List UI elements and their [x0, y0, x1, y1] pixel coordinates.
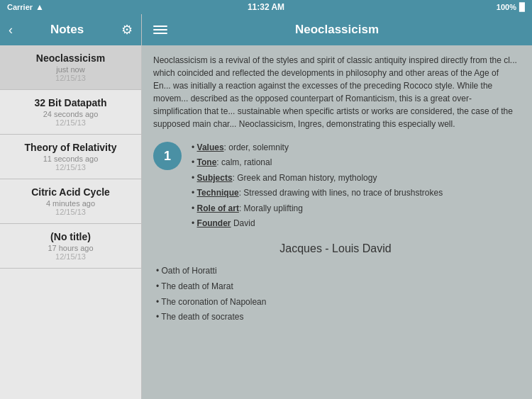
note-item-time: 17 hours ago — [9, 244, 133, 252]
bullet-item: • Founder David — [192, 216, 443, 230]
note-item[interactable]: 32 Bit Datapath 24 seconds ago 12/15/13 — [0, 90, 141, 135]
sidebar: ‹ Notes ⚙ Neoclassicism just now 12/15/1… — [0, 14, 142, 399]
note-item-title: (No title) — [9, 231, 133, 242]
work-item: • The death of socrates — [156, 310, 518, 325]
note-body[interactable]: Neoclassicism is a revival of the styles… — [142, 45, 532, 399]
hamburger-line-1 — [153, 26, 167, 27]
status-right: 100% ▉ — [497, 3, 525, 12]
gear-button[interactable]: ⚙ — [121, 22, 133, 38]
note-item-date: 12/15/13 — [9, 163, 133, 172]
main-note-title: Neoclassicism — [179, 23, 495, 37]
work-item: • Oath of Horatti — [156, 264, 518, 279]
note-item[interactable]: Neoclassicism just now 12/15/13 — [0, 45, 141, 90]
bullet-label: Founder — [197, 218, 231, 228]
battery-label: 100% — [497, 3, 516, 11]
back-button[interactable]: ‹ — [9, 23, 13, 38]
note-item[interactable]: (No title) 17 hours ago 12/15/13 — [0, 224, 141, 269]
note-item-title: Theory of Relativity — [9, 142, 133, 153]
bullet-list: • Values: order, solemnity• Tone: calm, … — [192, 140, 443, 231]
note-item-date: 12/15/13 — [9, 208, 133, 216]
status-left: Carrier ▲ — [7, 2, 44, 12]
note-item-time: just now — [9, 65, 133, 74]
note-item[interactable]: Theory of Relativity 11 seconds ago 12/1… — [0, 135, 141, 179]
bullet-label: Values — [197, 142, 224, 152]
note-item[interactable]: Citric Acid Cycle 4 minutes ago 12/15/13 — [0, 179, 141, 224]
main-content: Neoclassicism Neoclassicism is a revival… — [142, 14, 532, 399]
badge-section: 1 • Values: order, solemnity• Tone: calm… — [153, 140, 518, 231]
sidebar-title: Notes — [50, 23, 84, 37]
note-list: Neoclassicism just now 12/15/13 32 Bit D… — [0, 45, 141, 399]
bullet-label: Technique — [197, 188, 239, 198]
note-item-time: 4 minutes ago — [9, 199, 133, 208]
work-item: • The death of Marat — [156, 279, 518, 295]
status-bar: Carrier ▲ 11:32 AM 100% ▉ — [0, 0, 532, 14]
badge-number: 1 — [164, 149, 171, 164]
note-item-time: 24 seconds ago — [9, 110, 133, 118]
sidebar-header: ‹ Notes ⚙ — [0, 14, 141, 45]
note-item-title: Citric Acid Cycle — [9, 186, 133, 198]
bullet-item: • Tone: calm, rational — [192, 155, 443, 169]
bullet-label: Role of art — [197, 203, 239, 213]
note-item-time: 11 seconds ago — [9, 154, 133, 163]
bullet-item: • Values: order, solemnity — [192, 140, 443, 154]
bullet-label: Tone — [197, 157, 217, 167]
artist-section: Jacques - Louis David — [153, 242, 518, 255]
bullet-item: • Technique: Stressed drawing with lines… — [192, 186, 443, 200]
note-item-title: 32 Bit Datapath — [9, 97, 133, 108]
artist-name: Jacques - Louis David — [279, 242, 391, 254]
wifi-icon: ▲ — [35, 2, 44, 12]
works-list: • Oath of Horatti• The death of Marat• T… — [153, 264, 518, 325]
note-item-date: 12/15/13 — [9, 74, 133, 82]
hamburger-line-3 — [153, 33, 167, 34]
bullet-item: • Role of art: Morally uplifting — [192, 201, 443, 215]
app-container: ‹ Notes ⚙ Neoclassicism just now 12/15/1… — [0, 14, 532, 399]
bullet-item: • Subjects: Greek and Roman history, myt… — [192, 171, 443, 185]
bullet-label: Subjects — [197, 173, 233, 183]
battery-icon: ▉ — [519, 3, 525, 12]
hamburger-button[interactable] — [153, 26, 167, 34]
work-item: • The coronation of Napolean — [156, 295, 518, 310]
badge-circle: 1 — [153, 142, 182, 170]
main-header: Neoclassicism — [142, 14, 532, 45]
carrier-label: Carrier — [7, 3, 33, 11]
note-item-date: 12/15/13 — [9, 252, 133, 261]
status-time: 11:32 AM — [248, 2, 284, 12]
note-item-date: 12/15/13 — [9, 118, 133, 127]
note-intro: Neoclassicism is a revival of the styles… — [153, 54, 518, 130]
hamburger-line-2 — [153, 29, 167, 30]
note-item-title: Neoclassicism — [9, 52, 133, 64]
